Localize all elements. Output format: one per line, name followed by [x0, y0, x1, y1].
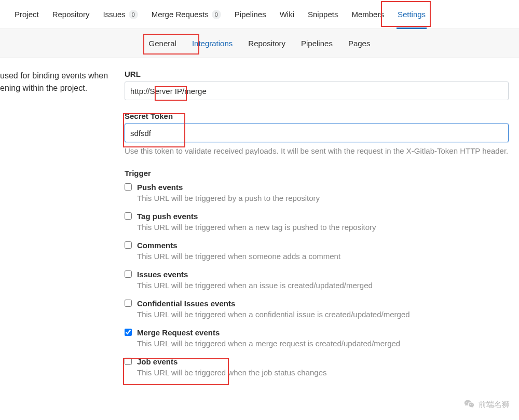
- trigger-push-title: Push events: [137, 183, 183, 192]
- tab-members[interactable]: Members: [346, 0, 389, 29]
- trigger-list: Push eventsThis URL will be triggered by…: [125, 183, 509, 377]
- tab-label: Snippets: [308, 10, 338, 19]
- trigger-tag-push-desc: This URL will be triggered when a new ta…: [137, 223, 509, 232]
- secret-token-label: Secret Token: [125, 112, 509, 120]
- subtab-pipelines[interactable]: Pipelines: [295, 29, 339, 58]
- trigger-job-desc: This URL will be triggered when the job …: [137, 368, 509, 377]
- trigger-comments-desc: This URL will be triggered when someone …: [137, 252, 509, 261]
- tab-repository[interactable]: Repository: [47, 0, 95, 29]
- tab-merge-requests[interactable]: Merge Requests0: [146, 0, 226, 29]
- subtab-repository[interactable]: Repository: [242, 29, 292, 58]
- trigger-issues-checkbox[interactable]: [125, 270, 132, 278]
- tab-pipelines[interactable]: Pipelines: [229, 0, 271, 29]
- subtab-pages[interactable]: Pages: [342, 29, 377, 58]
- trigger-issues: Issues eventsThis URL will be triggered …: [125, 270, 509, 290]
- url-label: URL: [125, 70, 509, 78]
- webhook-description: used for binding events when ening withi…: [0, 70, 125, 386]
- trigger-push: Push eventsThis URL will be triggered by…: [125, 183, 509, 202]
- trigger-merge-request-desc: This URL will be triggered when a merge …: [137, 339, 509, 348]
- tab-label: Members: [351, 10, 384, 19]
- trigger-tag-push: Tag push eventsThis URL will be triggere…: [125, 212, 509, 232]
- trigger-job: Job eventsThis URL will be triggered whe…: [125, 357, 509, 377]
- tab-project[interactable]: Project: [9, 0, 44, 29]
- secret-token-input[interactable]: [125, 124, 509, 142]
- tab-label: Repository: [52, 10, 90, 19]
- sub-nav: GeneralIntegrationsRepositoryPipelinesPa…: [0, 29, 519, 58]
- trigger-comments-title: Comments: [137, 241, 177, 250]
- trigger-job-title: Job events: [137, 357, 177, 366]
- count-badge: 0: [129, 10, 138, 19]
- secret-token-help: Use this token to validate received payl…: [125, 145, 509, 157]
- trigger-issues-title: Issues events: [137, 270, 188, 279]
- url-input[interactable]: [125, 82, 509, 100]
- tab-label: Settings: [398, 10, 426, 19]
- wechat-icon: [464, 399, 474, 411]
- subtab-general[interactable]: General: [143, 29, 183, 58]
- tab-label: Issues: [103, 10, 125, 19]
- watermark: 前端名狮: [464, 399, 510, 411]
- desc-line1: used for binding events when: [0, 71, 108, 80]
- trigger-merge-request-title: Merge Request events: [137, 328, 220, 337]
- top-nav: ProjectRepositoryIssues0Merge Requests0P…: [0, 0, 519, 29]
- trigger-job-checkbox[interactable]: [125, 358, 132, 365]
- tab-wiki[interactable]: Wiki: [275, 0, 299, 29]
- tab-snippets[interactable]: Snippets: [303, 0, 343, 29]
- tab-issues[interactable]: Issues0: [98, 0, 143, 29]
- trigger-issues-desc: This URL will be triggered when an issue…: [137, 281, 509, 290]
- tab-label: Project: [15, 10, 39, 19]
- trigger-merge-request-checkbox[interactable]: [125, 329, 132, 336]
- tab-label: Pipelines: [235, 10, 266, 19]
- trigger-confidential-issues-checkbox[interactable]: [125, 300, 132, 307]
- trigger-comments-checkbox[interactable]: [125, 241, 132, 249]
- tab-label: Merge Requests: [152, 10, 209, 19]
- desc-line2: ening within the project.: [0, 84, 87, 92]
- tab-label: Wiki: [280, 10, 294, 19]
- trigger-comments: CommentsThis URL will be triggered when …: [125, 241, 509, 261]
- trigger-heading: Trigger: [125, 169, 509, 178]
- trigger-confidential-issues: Confidential Issues eventsThis URL will …: [125, 299, 509, 319]
- trigger-push-checkbox[interactable]: [125, 183, 132, 191]
- tab-settings[interactable]: Settings: [392, 0, 431, 29]
- trigger-tag-push-title: Tag push events: [137, 212, 198, 221]
- trigger-merge-request: Merge Request eventsThis URL will be tri…: [125, 328, 509, 348]
- trigger-confidential-issues-desc: This URL will be triggered when a confid…: [137, 310, 509, 319]
- count-badge: 0: [212, 10, 221, 19]
- subtab-integrations[interactable]: Integrations: [186, 29, 239, 58]
- trigger-push-desc: This URL will be triggered by a push to …: [137, 194, 509, 202]
- form-area: URL Secret Token Use this token to valid…: [125, 70, 509, 386]
- main: used for binding events when ening withi…: [0, 58, 519, 386]
- trigger-tag-push-checkbox[interactable]: [125, 212, 132, 220]
- watermark-text: 前端名狮: [479, 400, 510, 410]
- trigger-confidential-issues-title: Confidential Issues events: [137, 299, 235, 308]
